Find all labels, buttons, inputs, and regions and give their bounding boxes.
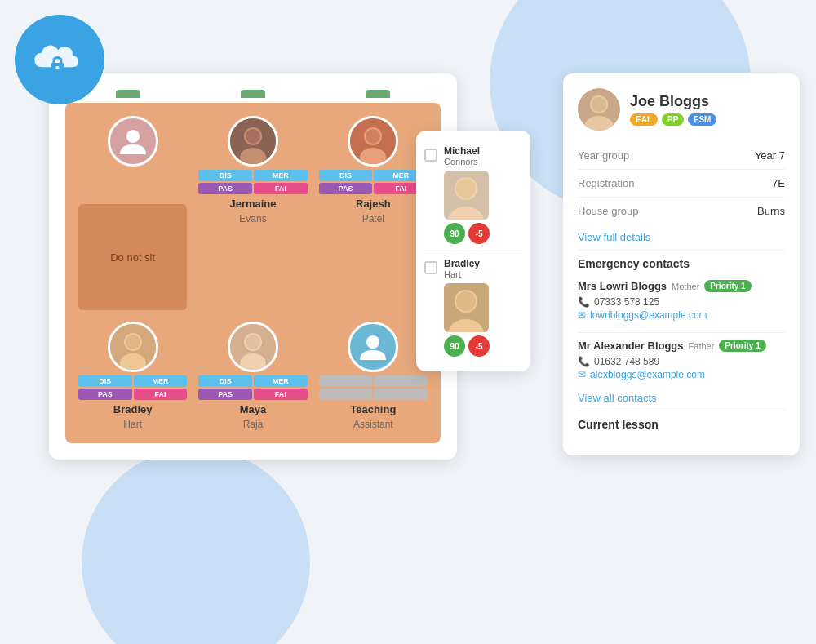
current-lesson-title: Current lesson [578, 418, 785, 431]
ta-last: Assistant [353, 419, 393, 430]
contact-1-email[interactable]: ✉ lowribloggs@example.com [578, 309, 785, 321]
logo-icon [31, 39, 88, 80]
svg-point-10 [366, 129, 380, 144]
email-icon: ✉ [578, 309, 586, 321]
badge-dis: DIS [78, 375, 132, 387]
phone-icon: 📞 [578, 296, 590, 308]
empty-avatar [108, 116, 158, 167]
student-header: Joe Bloggs EAL PP FSM [578, 88, 785, 131]
email-icon-2: ✉ [578, 369, 586, 380]
michael-checkbox[interactable] [424, 149, 437, 162]
seat-jermaine[interactable]: DIS MER PAS FAI Jermaine Evans [198, 116, 307, 310]
ta-avatar [348, 322, 398, 372]
svg-point-1 [55, 66, 59, 69]
svg-point-18 [246, 335, 260, 349]
tag-fsm: FSM [688, 113, 716, 126]
year-group-label: Year group [578, 142, 716, 170]
rajesh-last: Patel [362, 213, 384, 224]
badge-pas: PAS [78, 389, 132, 400]
emergency-contacts-title: Emergency contacts [578, 257, 785, 270]
seat-do-not-sit: Do not sit [78, 116, 187, 310]
seat-bradley[interactable]: DIS MER PAS FAI Bradley Hart [78, 322, 187, 430]
bradley-photo-img [444, 283, 489, 332]
bradley-face [110, 324, 156, 370]
maya-last: Raja [243, 419, 264, 430]
seat-handle [366, 90, 390, 98]
contact-1-name: Mrs Lowri Bloggs [578, 280, 667, 292]
app-logo [15, 15, 104, 104]
student-info-table: Year group Year 7 Registration 7E House … [578, 142, 785, 224]
badge-empty1: -- [319, 375, 373, 387]
michael-scores: 90 -5 [444, 223, 522, 244]
seat-handle [116, 90, 140, 98]
do-not-sit-label: Do not sit [78, 204, 187, 310]
rajesh-badges: DIS MER PAS FAI [319, 170, 428, 194]
section-divider-2 [578, 332, 785, 333]
bradley-checkbox[interactable] [424, 261, 437, 274]
contact-2-email[interactable]: ✉ alexbloggs@example.com [578, 369, 785, 380]
jermaine-face [230, 118, 276, 164]
bradley-att-last: Hart [444, 269, 522, 279]
contact-2: Mr Alexander Bloggs Father Priority 1 📞 … [578, 340, 785, 380]
badge-dis: DIS [198, 170, 252, 181]
seating-grid: Do not sit DIS MER PAS FAI Jermaine Evan… [65, 103, 441, 443]
contact-1-name-row: Mrs Lowri Bloggs Mother Priority 1 [578, 280, 785, 292]
bradley-first: Bradley [113, 403, 153, 415]
badge-mer: MER [134, 375, 188, 387]
svg-point-14 [126, 335, 140, 349]
attendance-item-michael[interactable]: Michael Connors 90 -5 [424, 139, 522, 251]
seating-plan-card: Do not sit DIS MER PAS FAI Jermaine Evan… [49, 73, 457, 460]
house-group-label: House group [578, 198, 716, 225]
bradley-avatar [108, 322, 158, 372]
bradley-score-green: 90 [444, 335, 465, 357]
contact-2-phone: 📞 01632 748 589 [578, 356, 785, 367]
view-full-details-link[interactable]: View full details [578, 231, 785, 243]
student-tags: EAL PP FSM [630, 113, 716, 126]
bradley-last: Hart [123, 419, 142, 430]
contact-1-priority: Priority 1 [704, 280, 751, 292]
bradley-att-first: Bradley [444, 258, 522, 269]
michael-photo-img [444, 171, 489, 220]
contact-2-name-row: Mr Alexander Bloggs Father Priority 1 [578, 340, 785, 352]
contact-2-priority: Priority 1 [719, 340, 765, 352]
section-divider-1 [578, 250, 785, 251]
contact-2-name: Mr Alexander Bloggs [578, 340, 684, 352]
badge-empty3: -- [319, 389, 373, 400]
rajesh-face [350, 118, 396, 164]
maya-first: Maya [240, 403, 267, 415]
ta-first: Teaching [350, 403, 396, 415]
maya-avatar [228, 322, 278, 372]
student-photo [578, 88, 620, 131]
bradley-badges: DIS MER PAS FAI [78, 375, 187, 400]
jermaine-first: Jermaine [229, 198, 276, 210]
attendance-panel: Michael Connors 90 -5 Bradley Hart [416, 131, 530, 371]
bradley-photo [444, 283, 489, 332]
seat-maya[interactable]: DIS MER PAS FAI Maya Raja [198, 322, 307, 430]
attendance-item-bradley[interactable]: Bradley Hart 90 -5 [424, 251, 522, 363]
info-row-registration: Registration 7E [578, 170, 785, 198]
silhouette-icon [118, 127, 148, 156]
registration-value: 7E [716, 170, 786, 198]
maya-face [230, 324, 276, 370]
seat-handle [241, 90, 265, 98]
contact-1-relation: Mother [672, 282, 699, 291]
seat-rajesh[interactable]: DIS MER PAS FAI Rajesh Patel [319, 116, 428, 310]
ta-silhouette-icon [358, 332, 388, 362]
bg-decor-circle-2 [82, 448, 310, 644]
seat-ta: -- -- -- -- Teaching Assistant [319, 322, 428, 430]
svg-point-6 [246, 129, 260, 144]
bradley-score-red: -5 [468, 335, 490, 357]
michael-photo [444, 171, 489, 220]
ta-badges: -- -- -- -- [319, 375, 428, 400]
tag-pp: PP [662, 113, 684, 126]
view-all-contacts-link[interactable]: View all contacts [578, 392, 785, 404]
info-row-year-group: Year group Year 7 [578, 142, 785, 170]
badge-fai: FAI [254, 389, 308, 400]
michael-score-green: 90 [444, 223, 465, 244]
badge-pas: PAS [198, 389, 252, 400]
section-divider-3 [578, 411, 785, 411]
badge-dis: DIS [319, 170, 373, 181]
student-name: Joe Bloggs [630, 93, 716, 110]
bradley-scores: 90 -5 [444, 335, 522, 357]
badge-mer: MER [254, 170, 308, 181]
